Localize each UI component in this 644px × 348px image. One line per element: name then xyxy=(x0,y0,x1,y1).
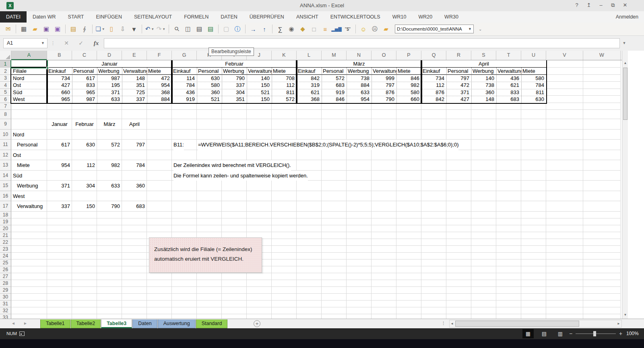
column-header-V[interactable]: V xyxy=(546,51,583,60)
cell-K6[interactable]: 572 xyxy=(272,96,297,103)
worksheet-grid[interactable]: 1234567891011121314151617181920212223242… xyxy=(0,60,622,319)
cell-G2[interactable]: Einkauf xyxy=(173,68,197,75)
cell-T5[interactable]: 833 xyxy=(496,89,521,96)
cell-H4[interactable]: 580 xyxy=(197,82,222,89)
go-forward-icon[interactable]: → xyxy=(248,24,258,34)
column-header-B[interactable]: B xyxy=(47,51,72,60)
column-header-D[interactable]: D xyxy=(97,51,122,60)
tab-bar-splitter[interactable]: ⁞ xyxy=(443,321,444,326)
camera-icon[interactable]: ◉ xyxy=(286,24,297,34)
sheet-tab-tabelle2[interactable]: Tabelle2 xyxy=(71,319,101,328)
cell-U5[interactable]: 811 xyxy=(521,89,546,96)
cell-E13[interactable]: 784 xyxy=(122,160,147,171)
sign-in-link[interactable]: Anmelden xyxy=(616,11,638,23)
ribbon-tab-wr10[interactable]: WR10 xyxy=(386,11,413,23)
cell-I6[interactable]: 351 xyxy=(222,96,247,103)
cell-A16[interactable]: West xyxy=(13,191,61,202)
zoom-in-icon[interactable]: + xyxy=(619,328,622,339)
row-header-28[interactable]: 28 xyxy=(0,280,11,287)
cell-O2[interactable]: Verwaltung xyxy=(373,68,396,75)
redo-icon[interactable]: ↷▼ xyxy=(156,24,166,34)
sheet-nav-right-icon[interactable]: ► xyxy=(23,321,27,325)
ribbon-tab-wr30[interactable]: WR30 xyxy=(438,11,464,23)
cell-H5[interactable]: 360 xyxy=(197,89,222,96)
horizontal-scrollbar[interactable]: ◄ ► xyxy=(449,320,622,327)
cell-A12[interactable]: Ost xyxy=(13,150,61,161)
cell-H2[interactable]: Personal xyxy=(198,68,222,75)
ribbon-tab-daten[interactable]: DATEN xyxy=(215,11,243,23)
cell-I3[interactable]: 790 xyxy=(222,75,247,82)
cell-E9[interactable]: April xyxy=(122,119,147,130)
bar-chart-icon[interactable]: ▂▅▇ xyxy=(331,24,342,34)
view-normal-icon[interactable]: ▦ xyxy=(522,329,534,338)
cell-I2[interactable]: Werbung xyxy=(223,68,247,75)
cell-C9[interactable]: Februar xyxy=(72,119,97,130)
cell-F6[interactable]: 884 xyxy=(147,96,172,103)
row-header-23[interactable]: 23 xyxy=(0,246,11,253)
vertical-scrollbar[interactable]: ▲ ▼ xyxy=(622,51,628,319)
cell-D11[interactable]: 572 xyxy=(97,140,122,150)
row-header-31[interactable]: 31 xyxy=(0,301,11,307)
sheet-tab-standard[interactable]: Standard xyxy=(196,319,228,328)
cell-O4[interactable]: 797 xyxy=(372,82,396,89)
cell-J4[interactable]: 150 xyxy=(247,82,272,89)
cell-G11-formula-label[interactable]: B11: xyxy=(173,140,184,150)
cell-C15[interactable]: 304 xyxy=(72,181,97,191)
scroll-right-icon[interactable]: ► xyxy=(617,322,620,325)
cell-I4[interactable]: 337 xyxy=(222,82,247,89)
insert-function-icon[interactable]: fx xyxy=(90,38,102,48)
cell-F3[interactable]: 472 xyxy=(147,75,172,82)
cell-B1-month-title[interactable]: Januar xyxy=(47,60,172,68)
column-header-F[interactable]: F xyxy=(147,51,172,60)
help-icon[interactable]: ? xyxy=(571,0,583,10)
cell-B5[interactable]: 660 xyxy=(47,89,72,96)
layout-bars-icon[interactable]: ≡ xyxy=(320,24,330,34)
cell-E4[interactable]: 351 xyxy=(122,82,147,89)
cell-A2[interactable]: Filiale xyxy=(13,68,47,75)
row-header-24[interactable]: 24 xyxy=(0,253,11,259)
copy-icon[interactable]: ❏▼ xyxy=(95,24,105,34)
cell-L4[interactable]: 319 xyxy=(297,82,322,89)
row-header-8[interactable]: 8 xyxy=(0,110,11,119)
cell-C5[interactable]: 965 xyxy=(72,89,97,96)
zoom-level-label[interactable]: 100% xyxy=(626,328,639,339)
cell-B9[interactable]: Januar xyxy=(47,119,72,130)
print-preview-icon[interactable]: ◫ xyxy=(183,24,193,34)
cell-L6[interactable]: 368 xyxy=(297,96,322,103)
cell-N6[interactable]: 954 xyxy=(347,96,372,103)
cell-T6[interactable]: 683 xyxy=(496,96,521,103)
row-header-27[interactable]: 27 xyxy=(0,273,11,280)
cell-G3[interactable]: 114 xyxy=(172,75,197,82)
column-header-E[interactable]: E xyxy=(122,51,147,60)
row-header-9[interactable]: 9 xyxy=(0,119,11,130)
cell-C6[interactable]: 987 xyxy=(72,96,97,103)
cell-E3[interactable]: 148 xyxy=(122,75,147,82)
cell-H3[interactable]: 630 xyxy=(197,75,222,82)
ribbon-tab-entwicklertools[interactable]: ENTWICKLERTOOLS xyxy=(324,11,386,23)
cell-T2[interactable]: Verwaltung xyxy=(497,68,521,75)
cell-M3[interactable]: 572 xyxy=(322,75,347,82)
sheet-tab-tabelle1[interactable]: Tabelle1 xyxy=(40,319,70,328)
cell-E17[interactable]: 683 xyxy=(122,201,147,212)
cell-A3[interactable]: Nord xyxy=(13,75,47,82)
row-header-6[interactable]: 6 xyxy=(0,96,11,103)
cell-Q2[interactable]: Einkauf xyxy=(423,68,446,75)
new-sheet-button[interactable]: + xyxy=(254,320,260,327)
row-header-17[interactable]: 17 xyxy=(0,201,11,212)
table-icon[interactable]: ▦ xyxy=(19,24,29,34)
cell-L3[interactable]: 842 xyxy=(297,75,322,82)
cell-M2[interactable]: Personal xyxy=(323,68,347,75)
view-page-break-icon[interactable]: ▥ xyxy=(555,329,566,338)
cell-R3[interactable]: 797 xyxy=(446,75,471,82)
currency-format-icon[interactable]: "$" xyxy=(343,24,353,34)
cell-B2[interactable]: Einkauf xyxy=(48,68,72,75)
row-header-16[interactable]: 16 xyxy=(0,191,11,202)
ribbon-tab-einf-gen[interactable]: EINFÜGEN xyxy=(90,11,128,23)
undo-icon-dropdown[interactable]: ▼ xyxy=(151,27,154,31)
cell-T4[interactable]: 621 xyxy=(496,82,521,89)
column-header-T[interactable]: T xyxy=(496,51,521,60)
zoom-out-icon[interactable]: − xyxy=(569,328,572,339)
cell-F5[interactable]: 368 xyxy=(147,89,172,96)
cell-M4[interactable]: 683 xyxy=(322,82,347,89)
cell-E6[interactable]: 337 xyxy=(122,96,147,103)
